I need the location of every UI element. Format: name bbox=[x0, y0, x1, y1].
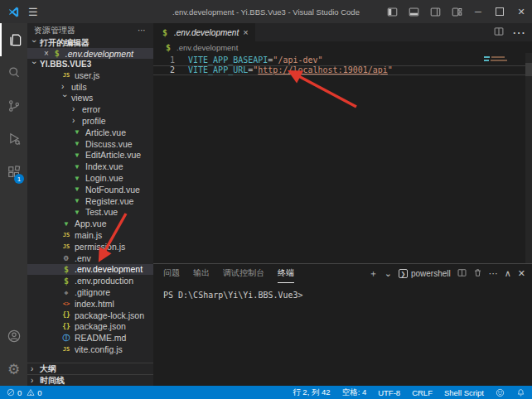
problems-status[interactable]: 0 0 bbox=[7, 388, 42, 397]
tree-file-.env[interactable]: ⚙.env bbox=[27, 252, 153, 264]
terminal-instance-powershell[interactable]: ❯ powershell bbox=[399, 269, 451, 278]
close-panel-icon[interactable]: ✕ bbox=[518, 268, 525, 279]
eol-sequence[interactable]: CRLF bbox=[412, 388, 433, 397]
tree-folder-utils[interactable]: ›utils bbox=[27, 81, 153, 93]
tree-file-package-lock.json[interactable]: {}package-lock.json bbox=[27, 310, 153, 321]
tree-file-permission.js[interactable]: JSpermission.js bbox=[27, 241, 153, 252]
code-line-1: 1 VITE_APP_BASEAPI="/api-dev" bbox=[153, 55, 532, 65]
accounts-icon[interactable] bbox=[0, 320, 27, 353]
tree-item-label: package-lock.json bbox=[75, 310, 144, 320]
terminal[interactable]: PS D:\CSharp\Yi\Yi.BBS.Vue3> bbox=[153, 283, 532, 386]
minimap[interactable] bbox=[484, 56, 520, 63]
maximize-icon[interactable] bbox=[489, 0, 510, 23]
panel-tab-调试控制台[interactable]: 调试控制台 bbox=[223, 264, 264, 283]
env-file-icon: $ bbox=[163, 43, 173, 52]
tree-file-App.vue[interactable]: ▼App.vue bbox=[27, 218, 153, 229]
panel-tab-终端[interactable]: 终端 bbox=[278, 264, 294, 283]
vue-file-icon: ▼ bbox=[72, 209, 82, 216]
timeline-section-header[interactable]: › 时间线 bbox=[27, 374, 153, 386]
chevron-right-icon: › bbox=[31, 366, 37, 373]
tree-file-.gitignore[interactable]: ◆.gitignore bbox=[27, 286, 153, 298]
tree-file-Test.vue[interactable]: ▼Test.vue bbox=[27, 207, 153, 219]
tree-file-Discuss.vue[interactable]: ▼Discuss.vue bbox=[27, 138, 153, 150]
tree-file-Article.vue[interactable]: ▼Article.vue bbox=[27, 127, 153, 138]
info-file-icon: ⓘ bbox=[61, 333, 71, 344]
toggle-primary-sidebar-icon[interactable] bbox=[381, 0, 403, 23]
cursor-position[interactable]: 行 2, 列 42 bbox=[293, 387, 330, 398]
json-file-icon: {} bbox=[61, 311, 71, 319]
url-link[interactable]: http://localhost:19001/api bbox=[258, 65, 388, 75]
customize-layout-icon[interactable] bbox=[446, 0, 467, 23]
toggle-panel-icon[interactable] bbox=[403, 0, 424, 23]
kill-terminal-trash-icon[interactable] bbox=[473, 268, 482, 279]
menu-icon[interactable]: ☰ bbox=[28, 6, 38, 18]
explorer-more-icon[interactable]: ⋯ bbox=[138, 26, 147, 35]
project-root-header[interactable]: › YI.BBS.VUE3 bbox=[27, 59, 153, 70]
chevron-right-icon: › bbox=[31, 377, 37, 384]
breadcrumb[interactable]: $ .env.development bbox=[153, 41, 532, 53]
panel-more-icon[interactable]: ⋯ bbox=[489, 268, 498, 279]
terminal-dropdown-icon[interactable]: ⌄ bbox=[384, 268, 392, 279]
editor-more-icon[interactable]: ⋯ bbox=[512, 25, 525, 41]
open-editor-item-env-development[interactable]: × $ .env.development bbox=[27, 48, 153, 59]
open-editors-header[interactable]: › 打开的编辑器 bbox=[27, 37, 153, 48]
panel-tab-问题[interactable]: 问题 bbox=[163, 264, 180, 283]
settings-gear-icon[interactable]: ⚙ bbox=[0, 353, 27, 386]
close-icon[interactable]: × bbox=[44, 49, 49, 58]
tree-file-EditArticle.vue[interactable]: ▼EditArticle.vue bbox=[27, 150, 153, 161]
tree-item-label: vite.config.js bbox=[75, 344, 123, 354]
tree-file-main.js[interactable]: JSmain.js bbox=[27, 229, 153, 241]
gear-file-icon: ⚙ bbox=[61, 253, 71, 262]
tree-item-label: permission.js bbox=[75, 242, 125, 252]
tree-file-Index.vue[interactable]: ▼Index.vue bbox=[27, 161, 153, 172]
activity-bar: 1 ⚙ bbox=[0, 23, 27, 386]
vue-file-icon: ▼ bbox=[72, 163, 82, 171]
outline-section-header[interactable]: › 大纲 bbox=[27, 363, 153, 374]
tree-file-.env.development[interactable]: $.env.development bbox=[27, 264, 153, 276]
tree-item-label: NotFound.vue bbox=[85, 185, 140, 195]
explorer-title: 资源管理器 bbox=[34, 25, 75, 36]
tree-item-label: Discuss.vue bbox=[85, 139, 133, 149]
json-file-icon: {} bbox=[61, 323, 71, 330]
tree-file-vite.config.js[interactable]: JSvite.config.js bbox=[27, 344, 153, 355]
tree-file-NotFound.vue[interactable]: ▼NotFound.vue bbox=[27, 184, 153, 195]
env-file-icon: $ bbox=[52, 49, 62, 58]
indentation[interactable]: 空格: 4 bbox=[342, 387, 367, 398]
language-mode[interactable]: Shell Script bbox=[444, 388, 484, 397]
feedback-smiley-icon[interactable] bbox=[496, 388, 505, 397]
new-terminal-icon[interactable]: ＋ bbox=[369, 267, 378, 280]
notifications-bell-icon[interactable] bbox=[516, 388, 525, 397]
run-debug-icon[interactable] bbox=[0, 123, 27, 156]
search-icon[interactable] bbox=[0, 56, 27, 89]
explorer-icon[interactable] bbox=[0, 23, 27, 56]
chevron-down-icon: › bbox=[31, 61, 37, 68]
minimize-icon[interactable]: ─ bbox=[467, 0, 489, 23]
tab-env-development[interactable]: $ .env.development × bbox=[153, 23, 256, 41]
close-tab-icon[interactable]: × bbox=[243, 27, 248, 37]
chevron-right-icon: › bbox=[61, 84, 68, 90]
scrollbar[interactable] bbox=[525, 53, 532, 263]
tree-file-user.js[interactable]: JSuser.js bbox=[27, 70, 153, 81]
encoding[interactable]: UTF-8 bbox=[378, 388, 400, 397]
toggle-secondary-sidebar-icon[interactable] bbox=[424, 0, 446, 23]
code-editor[interactable]: 1 VITE_APP_BASEAPI="/api-dev" 2 VITE_APP… bbox=[153, 53, 532, 263]
tree-file-Register.vue[interactable]: ▼Register.vue bbox=[27, 195, 153, 207]
chevron-down-icon: › bbox=[31, 40, 37, 46]
maximize-panel-icon[interactable]: ∧ bbox=[505, 268, 511, 279]
tree-file-package.json[interactable]: {}package.json bbox=[27, 321, 153, 333]
split-editor-icon[interactable] bbox=[494, 25, 504, 40]
split-terminal-icon[interactable] bbox=[457, 268, 467, 279]
tree-folder-error[interactable]: ›error bbox=[27, 103, 153, 115]
tree-file-README.md[interactable]: ⓘREADME.md bbox=[27, 332, 153, 344]
extensions-icon[interactable]: 1 bbox=[0, 156, 27, 189]
tree-file-index.html[interactable]: <>index.html bbox=[27, 298, 153, 310]
explorer-sidebar: 资源管理器 ⋯ › 打开的编辑器 × $ .env.development › … bbox=[27, 23, 153, 386]
tree-file-.env.production[interactable]: $.env.production bbox=[27, 275, 153, 286]
tree-folder-profile[interactable]: ›profile bbox=[27, 115, 153, 127]
close-window-icon[interactable]: ✕ bbox=[510, 0, 532, 23]
tree-folder-views[interactable]: ›views bbox=[27, 93, 153, 104]
panel-tab-输出[interactable]: 输出 bbox=[193, 264, 210, 283]
tree-file-Login.vue[interactable]: ▼Login.vue bbox=[27, 172, 153, 184]
source-control-icon[interactable] bbox=[0, 89, 27, 123]
tree-item-label: Article.vue bbox=[85, 127, 126, 137]
